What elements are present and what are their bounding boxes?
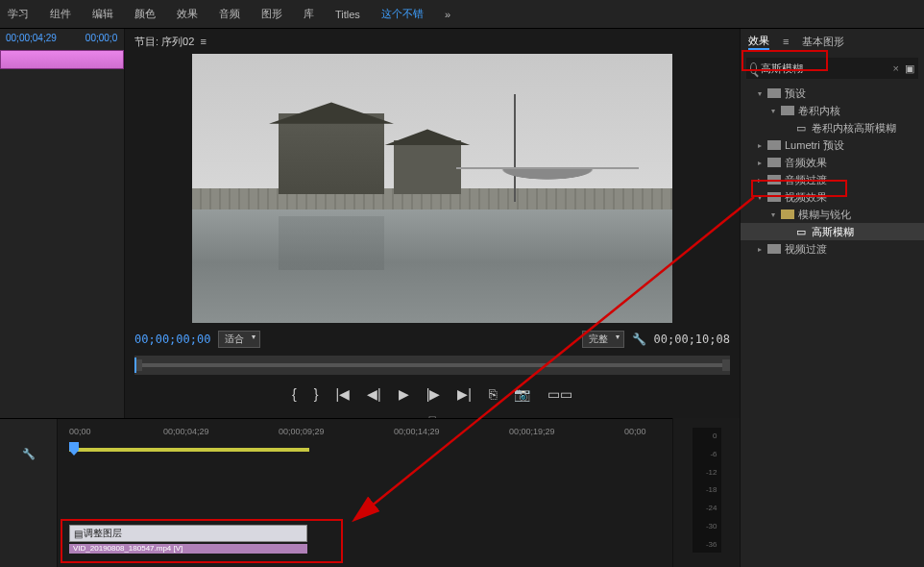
folder-icon bbox=[781, 210, 794, 219]
expand-arrow-icon[interactable]: ▸ bbox=[758, 176, 767, 185]
timeline-tracks[interactable]: ▤ 调整图层 VID_20190808_180547.mp4 [V] bbox=[58, 467, 720, 567]
compare-icon[interactable]: ▭▭ bbox=[547, 386, 572, 402]
camera-icon[interactable]: 📷 bbox=[514, 386, 530, 402]
effects-tree: ▾预设▾卷积内核▭卷积内核高斯模糊▸Lumetri 预设▸音频效果▸音频过渡▾视… bbox=[741, 83, 924, 259]
program-monitor[interactable] bbox=[192, 54, 672, 323]
search-icon bbox=[750, 62, 757, 74]
ruler-tick: 00;00;19;29 bbox=[509, 427, 555, 436]
timeline-ruler[interactable]: 00;0000;00;04;2900;00;09;2900;00;14;2900… bbox=[58, 427, 720, 446]
adjustment-layer-clip[interactable]: ▤ 调整图层 bbox=[69, 525, 307, 542]
meter-mark: 0 bbox=[713, 431, 717, 440]
effects-tree-item[interactable]: ▸Lumetri 预设 bbox=[741, 136, 924, 154]
work-area-bar[interactable] bbox=[69, 448, 309, 452]
clear-search-button[interactable]: × bbox=[893, 62, 899, 74]
effects-tree-item[interactable]: ▸音频效果 bbox=[741, 154, 924, 171]
menu-item[interactable]: 颜色 bbox=[134, 7, 156, 21]
folder-icon bbox=[781, 106, 794, 115]
mark-in-button[interactable]: { bbox=[292, 386, 297, 402]
effects-tree-item[interactable]: ▭高斯模糊 bbox=[741, 223, 924, 240]
menu-more-icon[interactable]: » bbox=[445, 9, 450, 20]
quality-dropdown[interactable]: 完整 bbox=[582, 331, 624, 348]
effects-tree-item[interactable]: ▸音频过渡 bbox=[741, 171, 924, 188]
expand-arrow-icon[interactable]: ▸ bbox=[758, 159, 767, 167]
clip-label: 调整图层 bbox=[84, 527, 122, 540]
play-button[interactable]: ▶ bbox=[399, 386, 409, 402]
video-clip[interactable]: VID_20190808_180547.mp4 [V] bbox=[69, 544, 307, 554]
expand-arrow-icon[interactable]: ▾ bbox=[758, 89, 767, 98]
effects-tree-item[interactable]: ▾模糊与锐化 bbox=[741, 206, 924, 223]
export-frame-button[interactable]: ⎘ bbox=[489, 386, 497, 402]
zoom-dropdown[interactable]: 适合 bbox=[218, 331, 260, 348]
tree-item-label: 视频过渡 bbox=[785, 242, 827, 257]
expand-arrow-icon[interactable]: ▾ bbox=[758, 193, 767, 202]
expand-arrow-icon[interactable]: ▾ bbox=[771, 107, 781, 115]
duration-timecode: 00;00;10;08 bbox=[654, 333, 730, 346]
expand-arrow-icon[interactable]: ▸ bbox=[758, 141, 767, 150]
menu-item[interactable]: Titles bbox=[335, 9, 360, 20]
search-input[interactable] bbox=[761, 62, 893, 74]
ruler-tick: 00;00;14;29 bbox=[394, 427, 440, 436]
ruler-tick: 00;00 bbox=[69, 427, 91, 436]
timecode-label: 00;00;04;29 bbox=[6, 33, 57, 46]
timeline-tools: 🔧 bbox=[0, 419, 58, 567]
effects-tree-item[interactable]: ▭卷积内核高斯模糊 bbox=[741, 119, 924, 136]
wrench-icon[interactable]: 🔧 bbox=[632, 333, 646, 346]
ruler-tick: 00;00 bbox=[624, 427, 646, 436]
audio-meter: 0-6-12-18-24-30-36 bbox=[672, 418, 740, 567]
menu-item-active[interactable]: 这个不错 bbox=[381, 7, 424, 21]
meter-mark: -30 bbox=[706, 522, 717, 530]
menu-item[interactable]: 学习 bbox=[8, 7, 29, 21]
effects-search[interactable]: × ▣ bbox=[746, 58, 918, 79]
folder-icon bbox=[767, 175, 781, 185]
tree-item-label: 视频效果 bbox=[785, 190, 827, 205]
effects-tree-item[interactable]: ▾卷积内核 bbox=[741, 102, 924, 119]
step-forward-button[interactable]: |▶ bbox=[426, 386, 441, 402]
meter-mark: -6 bbox=[710, 450, 717, 458]
folder-icon bbox=[767, 192, 781, 202]
menu-item[interactable]: 编辑 bbox=[92, 7, 113, 21]
menu-item[interactable]: 图形 bbox=[261, 7, 282, 21]
effects-tree-item[interactable]: ▾视频效果 bbox=[741, 188, 924, 206]
timecode-label: 00;00;0 bbox=[85, 33, 117, 46]
panel-menu-icon[interactable]: ≡ bbox=[200, 36, 206, 47]
timeline-panel: 🔧 00;0000;00;04;2900;00;09;2900;00;14;29… bbox=[0, 418, 740, 567]
expand-arrow-icon[interactable]: ▾ bbox=[771, 210, 781, 219]
go-to-out-button[interactable]: ▶| bbox=[457, 386, 472, 402]
folder-icon bbox=[767, 158, 781, 167]
tree-item-label: 预设 bbox=[785, 86, 806, 101]
transport-bar: { } |◀ ◀| ▶ |▶ ▶| ⎘ 📷 ▭▭ bbox=[125, 375, 740, 413]
tab-effects[interactable]: 效果 bbox=[748, 34, 769, 50]
tree-item-label: 音频效果 bbox=[785, 156, 827, 170]
menu-item[interactable]: 音频 bbox=[219, 7, 240, 21]
effect-icon: ▭ bbox=[794, 226, 808, 238]
tool-wrench-icon[interactable]: 🔧 bbox=[22, 448, 36, 460]
tree-item-label: 模糊与锐化 bbox=[798, 208, 851, 222]
menu-item[interactable]: 效果 bbox=[177, 7, 198, 21]
go-to-in-button[interactable]: |◀ bbox=[335, 386, 350, 402]
scrubber[interactable] bbox=[134, 356, 730, 375]
folder-icon bbox=[767, 140, 781, 150]
meter-mark: -36 bbox=[706, 540, 717, 549]
effects-tree-item[interactable]: ▾预设 bbox=[741, 85, 924, 102]
current-timecode[interactable]: 00;00;00;00 bbox=[134, 333, 210, 346]
playhead[interactable] bbox=[69, 442, 79, 456]
effect-icon: ▭ bbox=[794, 122, 808, 135]
folder-icon bbox=[767, 88, 781, 98]
tab-essential-graphics[interactable]: 基本图形 bbox=[802, 35, 844, 49]
step-back-button[interactable]: ◀| bbox=[367, 386, 381, 402]
ruler-tick: 00;00;09;29 bbox=[279, 427, 325, 436]
menu-item[interactable]: 库 bbox=[304, 7, 314, 21]
effects-tree-item[interactable]: ▸视频过渡 bbox=[741, 240, 924, 258]
panel-box-icon[interactable]: ▣ bbox=[905, 62, 914, 75]
meter-mark: -18 bbox=[706, 485, 717, 494]
clip-label: VID_20190808_180547.mp4 [V] bbox=[73, 544, 182, 553]
expand-arrow-icon[interactable]: ▸ bbox=[758, 245, 767, 254]
top-menu: 学习 组件 编辑 颜色 效果 音频 图形 库 Titles 这个不错 » bbox=[0, 0, 924, 29]
panel-menu-icon[interactable]: ≡ bbox=[783, 36, 789, 47]
mark-out-button[interactable]: } bbox=[314, 386, 319, 402]
tree-item-label: Lumetri 预设 bbox=[785, 138, 844, 153]
program-title: 节目: 序列02 bbox=[134, 35, 194, 49]
ruler-tick: 00;00;04;29 bbox=[163, 427, 209, 436]
source-clip-bar[interactable] bbox=[0, 50, 124, 69]
menu-item[interactable]: 组件 bbox=[50, 7, 71, 21]
